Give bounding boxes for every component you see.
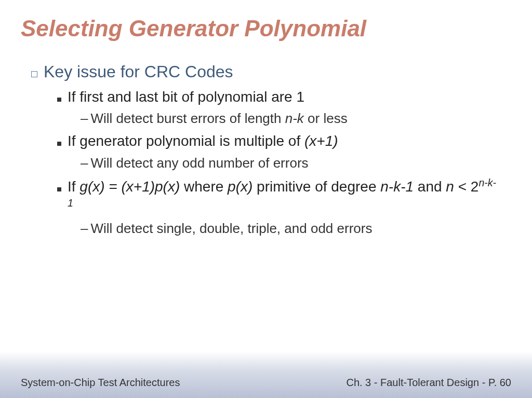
footer: System-on-Chip Test Architectures Ch. 3 … [0,351,532,398]
bullet-level2: If generator polynomial is multiple of (… [57,132,501,150]
square-solid-icon [57,187,61,191]
bullet-level1: Key issue for CRC Codes [31,62,501,81]
level1-text: Key issue for CRC Codes [44,62,233,81]
square-solid-icon [57,142,61,146]
level3-text: Will detect any odd number of errors [90,154,308,172]
footer-right: Ch. 3 - Fault-Tolerant Design - P. 60 [346,377,511,389]
slide-content: Key issue for CRC Codes If first and las… [0,52,532,238]
bullet-level3: – Will detect single, double, triple, an… [81,219,501,238]
bullet-level3: – Will detect burst errors of length n-k… [81,109,501,128]
level3-text: Will detect single, double, triple, and … [90,219,372,238]
level3-text: Will detect burst errors of length n-k o… [90,109,347,128]
dash-icon: – [81,111,88,127]
level2-text: If g(x) = (x+1)p(x) where p(x) primitive… [68,176,501,216]
bullet-level2: If first and last bit of polynomial are … [57,88,501,106]
square-outline-icon [31,71,37,77]
footer-left: System-on-Chip Test Architectures [21,377,180,389]
square-solid-icon [57,98,61,102]
bullet-level3: – Will detect any odd number of errors [81,154,501,172]
dash-icon: – [81,155,88,171]
slide-title: Selecting Generator Polynomial [0,0,532,52]
dash-icon: – [81,221,88,237]
level2-text: If generator polynomial is multiple of (… [68,132,338,150]
level2-text: If first and last bit of polynomial are … [68,88,304,106]
bullet-level2: If g(x) = (x+1)p(x) where p(x) primitive… [57,176,501,216]
